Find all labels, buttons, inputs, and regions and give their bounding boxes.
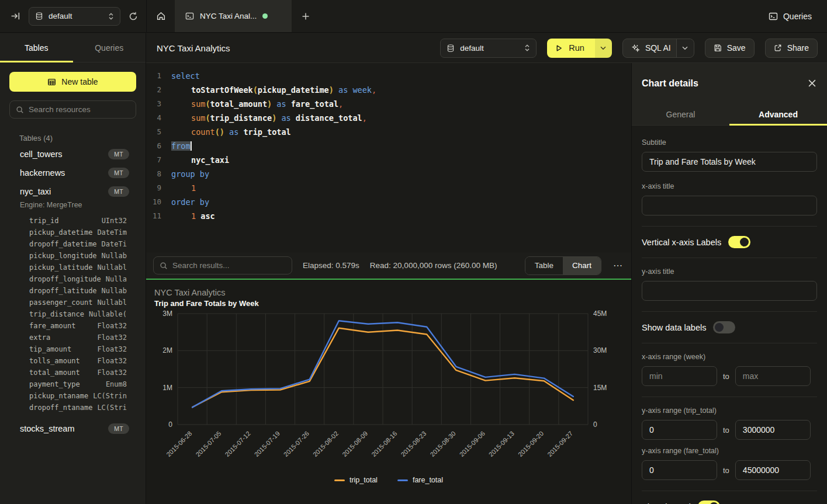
token-kw: as (276, 113, 296, 123)
new-tab-button[interactable] (292, 0, 320, 32)
save-button[interactable]: Save (705, 39, 755, 58)
column-name: pickup_datetime (29, 227, 92, 238)
code-line: 4sum(trip_distance) as distance_total, (146, 111, 631, 125)
table-row-cell_towers[interactable]: cell_towersMT (10, 145, 136, 164)
column-name: passenger_count (29, 297, 92, 308)
x-axis-label: 2015-07-12 (223, 430, 251, 458)
y-range-fare-max-input[interactable] (735, 460, 811, 480)
token-com: , (372, 85, 376, 95)
vertical-x-labels-row: Vertical x-axis Labels (642, 236, 817, 248)
query-database-selector[interactable]: default (440, 39, 537, 58)
sql-ai-button[interactable]: SQL AI (622, 39, 694, 58)
table-row-stocks_stream[interactable]: stocks_streamMT (10, 419, 136, 438)
legend-item-fare_total[interactable]: fare_total (397, 476, 443, 484)
results-chart: 3M45M2M30M1M15M002015-06-282015-07-05201… (154, 308, 622, 479)
top-bar: default NYC Taxi Anal... (0, 0, 827, 33)
token-id: trip_distance (210, 113, 272, 123)
show-legend-toggle[interactable] (698, 500, 720, 504)
sidebar-search-input[interactable] (29, 105, 130, 114)
tab-advanced[interactable]: Advanced (729, 103, 827, 125)
run-button[interactable]: Run (547, 39, 595, 58)
column-row: payment_typeEnum8 (29, 378, 127, 390)
y-axis-range-trip-row: to (642, 420, 817, 440)
chart-card: NYC Taxi Analytics Trip and Fare Totals … (146, 280, 631, 504)
new-table-button[interactable]: New table (9, 72, 136, 92)
view-toggle-table[interactable]: Table (525, 257, 563, 274)
column-type: Float32 (97, 355, 127, 367)
token-sel: from (171, 141, 191, 151)
share-button[interactable]: Share (765, 39, 818, 58)
token-id: pickup_datetime (258, 85, 329, 95)
home-button[interactable] (147, 0, 175, 32)
token-id: fare_total (291, 99, 338, 109)
show-data-labels-toggle[interactable] (713, 321, 735, 333)
show-legend-label: Show legend (642, 502, 691, 504)
column-type: Nullable(Flo (97, 262, 127, 273)
column-type: Nullable(Float (89, 308, 127, 320)
token-par: ) (329, 85, 334, 95)
legend-swatch (334, 479, 345, 481)
x-axis-label: 2015-08-23 (399, 430, 427, 458)
legend-item-trip_total[interactable]: trip_total (334, 476, 378, 484)
share-icon (774, 44, 782, 52)
column-name: tip_amount (29, 343, 71, 355)
show-data-labels-row: Show data labels (642, 321, 817, 333)
save-button-label: Save (727, 43, 746, 53)
column-row: dropoff_latitudeNullable(Fl (29, 285, 127, 297)
y-range-trip-min-input[interactable] (642, 420, 717, 440)
topbar-right: Queries (769, 0, 827, 32)
queries-button[interactable]: Queries (769, 12, 812, 21)
token-fn: sum (191, 113, 205, 123)
x-axis-label: 2015-07-05 (194, 430, 222, 458)
sql-editor[interactable]: 1select2toStartOfWeek(pickup_datetime) a… (146, 63, 631, 252)
sql-ai-options-button[interactable] (676, 39, 694, 57)
column-type: LC(String) (93, 390, 127, 402)
legend-swatch (397, 479, 408, 481)
sql-ai-label: SQL AI (645, 43, 671, 53)
show-legend-row: Show legend (642, 500, 817, 504)
topbar-database-value: default (49, 12, 103, 20)
column-name: fare_amount (29, 320, 75, 332)
refresh-button[interactable] (129, 12, 138, 21)
code-line: 6from (146, 139, 631, 153)
to-label: to (723, 426, 729, 435)
y-range-trip-max-input[interactable] (735, 420, 811, 440)
x-range-max-input[interactable] (735, 366, 811, 386)
view-toggle-chart[interactable]: Chart (563, 257, 601, 274)
table-row-nyc_taxi[interactable]: nyc_taxiMT (10, 182, 136, 201)
sidebar: Tables Queries New table Tables (4) cell… (0, 33, 146, 504)
sidebar-tab-tables[interactable]: Tables (0, 33, 73, 62)
table-engine: Engine: MergeTree (10, 201, 136, 213)
x-axis-title-input[interactable] (642, 196, 817, 215)
table-row-hackernews[interactable]: hackernewsMT (10, 164, 136, 182)
token-id: toStartOfWeek (191, 85, 253, 95)
x-axis-label: 2015-06-28 (165, 430, 193, 458)
line-number: 7 (146, 153, 161, 167)
y-range-fare-min-input[interactable] (642, 460, 717, 480)
divider (642, 311, 817, 312)
left-axis-tick: 3M (162, 310, 172, 318)
code-text: 1 (171, 181, 196, 195)
subtitle-input[interactable] (642, 152, 817, 172)
topbar-database-selector[interactable]: default (29, 7, 120, 26)
y-axis-title-label: y-axis title (642, 267, 817, 276)
y-axis-title-input[interactable] (642, 281, 817, 301)
chart-details-title: Chart details (642, 78, 698, 89)
results-menu-button[interactable]: ⋯ (612, 260, 624, 271)
sidebar-tab-queries[interactable]: Queries (73, 33, 146, 62)
query-tab-nyc-taxi[interactable]: NYC Taxi Anal... (175, 0, 292, 32)
x-axis-label: 2015-08-09 (341, 430, 369, 458)
close-panel-button[interactable] (808, 79, 816, 88)
collapse-sidebar-button[interactable] (11, 11, 20, 21)
column-row: pickup_ntanameLC(String) (29, 390, 127, 402)
code-text: 1 asc (171, 209, 215, 223)
right-axis-tick: 45M (593, 310, 607, 318)
tab-general[interactable]: General (632, 103, 729, 125)
vertical-x-labels-toggle[interactable] (728, 236, 750, 248)
token-kw: group by (171, 169, 209, 179)
x-range-min-input[interactable] (642, 366, 717, 386)
unsaved-changes-dot (262, 13, 268, 19)
column-row: dropoff_ntanameLC(String) (29, 402, 127, 413)
results-search-input[interactable] (172, 261, 286, 270)
run-options-button[interactable] (595, 39, 612, 58)
